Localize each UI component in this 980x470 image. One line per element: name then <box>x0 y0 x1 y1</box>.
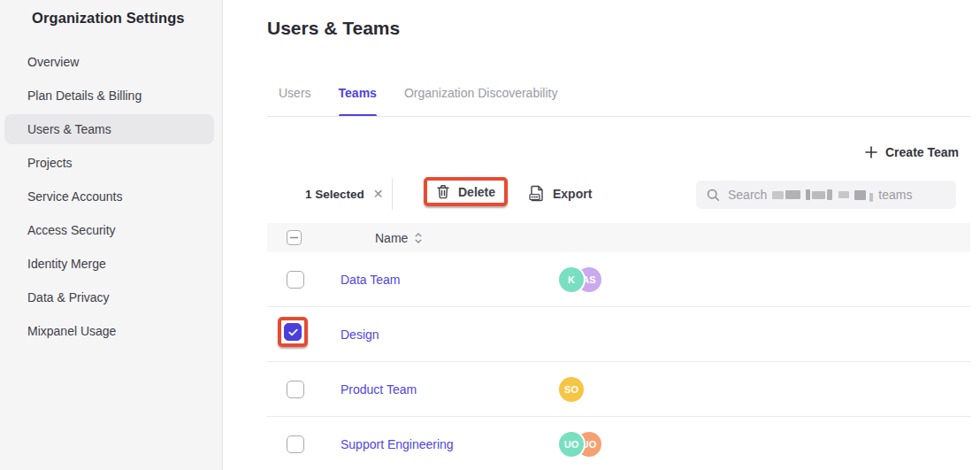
sidebar-title: Organization Settings <box>32 10 185 27</box>
row-checkbox[interactable] <box>287 271 304 289</box>
team-name-link[interactable]: Design <box>341 327 379 342</box>
sidebar-item-service-accounts[interactable]: Service Accounts <box>4 181 214 212</box>
search-input[interactable]: Search teams <box>696 181 956 209</box>
sidebar-item-data-privacy[interactable]: Data & Privacy <box>4 282 214 312</box>
tab-organization-discoverability[interactable]: Organization Discoverability <box>404 85 558 117</box>
table-row: Design <box>267 307 970 362</box>
export-button[interactable]: csv Export <box>529 185 592 202</box>
delete-button[interactable]: Delete <box>436 184 495 199</box>
avatar: SO <box>559 377 584 402</box>
avatar-group: K AS <box>559 267 601 292</box>
csv-file-icon: csv <box>529 185 545 202</box>
export-label: Export <box>553 187 592 201</box>
row-checkbox[interactable] <box>287 435 304 453</box>
table-row: Product Team SO <box>267 362 970 417</box>
name-column-header: Name <box>375 231 408 245</box>
table-header-row: Name <box>267 223 970 252</box>
select-all-checkbox[interactable] <box>287 230 302 245</box>
row-checkbox[interactable] <box>287 381 304 398</box>
organization-settings-page: Organization Settings Overview Plan Deta… <box>0 0 980 470</box>
avatar-group: UO UO <box>559 432 601 457</box>
sidebar: Organization Settings Overview Plan Deta… <box>0 0 223 470</box>
search-placeholder: Search teams <box>728 188 912 202</box>
sort-icon <box>415 233 422 243</box>
sidebar-item-plan-billing[interactable]: Plan Details & Billing <box>4 81 214 111</box>
name-column-sort[interactable]: Name <box>375 231 422 245</box>
team-name-link[interactable]: Product Team <box>341 382 417 397</box>
sidebar-item-projects[interactable]: Projects <box>4 148 214 178</box>
redacted-text <box>772 188 873 202</box>
avatar: UO <box>559 432 584 457</box>
team-name-link[interactable]: Data Team <box>341 273 400 287</box>
delete-label: Delete <box>458 185 495 199</box>
search-icon <box>707 189 720 202</box>
trash-icon <box>436 184 450 199</box>
svg-text:csv: csv <box>531 194 539 199</box>
sidebar-item-mixpanel-usage[interactable]: Mixpanel Usage <box>4 316 214 346</box>
selected-count-label: 1 Selected <box>305 188 364 201</box>
plus-icon <box>865 146 877 158</box>
table-row: Support Engineering UO UO <box>267 417 970 470</box>
tab-teams[interactable]: Teams <box>339 85 377 117</box>
page-title: Users & Teams <box>267 18 400 39</box>
table-row: Data Team K AS <box>267 252 970 307</box>
team-name-link[interactable]: Support Engineering <box>341 437 454 451</box>
sidebar-item-identity-merge[interactable]: Identity Merge <box>4 249 214 279</box>
tab-users[interactable]: Users <box>279 85 311 117</box>
create-team-label: Create Team <box>885 145 959 159</box>
row-checkbox[interactable] <box>284 323 302 341</box>
clear-selection-icon[interactable]: ✕ <box>373 187 384 201</box>
annotation-box-checkbox <box>278 317 308 347</box>
sidebar-item-access-security[interactable]: Access Security <box>4 215 214 245</box>
tabs-divider <box>267 116 970 117</box>
annotation-box-delete: Delete <box>424 177 508 206</box>
avatar-group: SO <box>559 377 584 402</box>
tab-bar: Users Teams Organization Discoverability <box>279 85 557 117</box>
toolbar-divider <box>392 178 393 210</box>
sidebar-item-users-teams[interactable]: Users & Teams <box>4 114 214 144</box>
selection-summary: 1 Selected ✕ <box>305 187 384 201</box>
avatar: K <box>559 267 584 292</box>
create-team-button[interactable]: Create Team <box>865 145 959 159</box>
sidebar-item-overview[interactable]: Overview <box>4 47 214 77</box>
